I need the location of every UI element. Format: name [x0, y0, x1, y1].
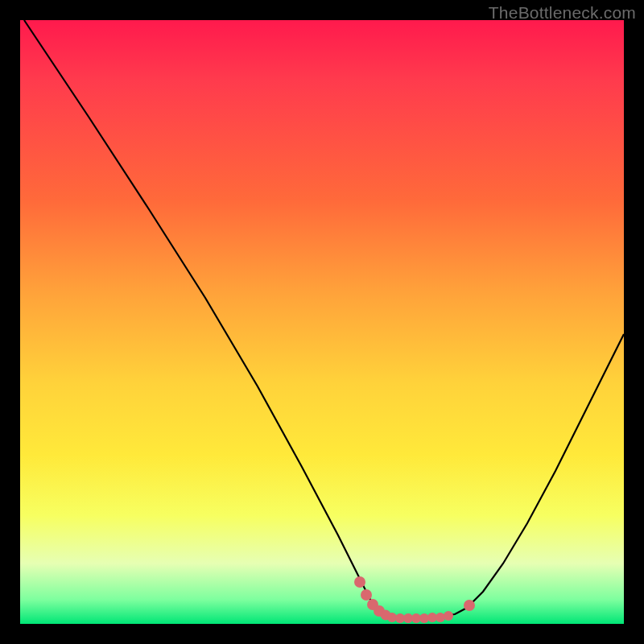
bottleneck-curve — [24, 20, 624, 617]
svg-point-0 — [354, 576, 365, 588]
svg-point-12 — [444, 611, 453, 621]
watermark-text: TheBottleneck.com — [489, 3, 636, 23]
marker-band — [354, 576, 475, 623]
svg-point-1 — [361, 589, 372, 601]
svg-point-11 — [436, 613, 445, 622]
chart-frame: TheBottleneck.com — [0, 0, 644, 644]
curve-layer — [20, 20, 624, 624]
svg-point-13 — [464, 600, 475, 611]
plot-area — [20, 20, 624, 624]
